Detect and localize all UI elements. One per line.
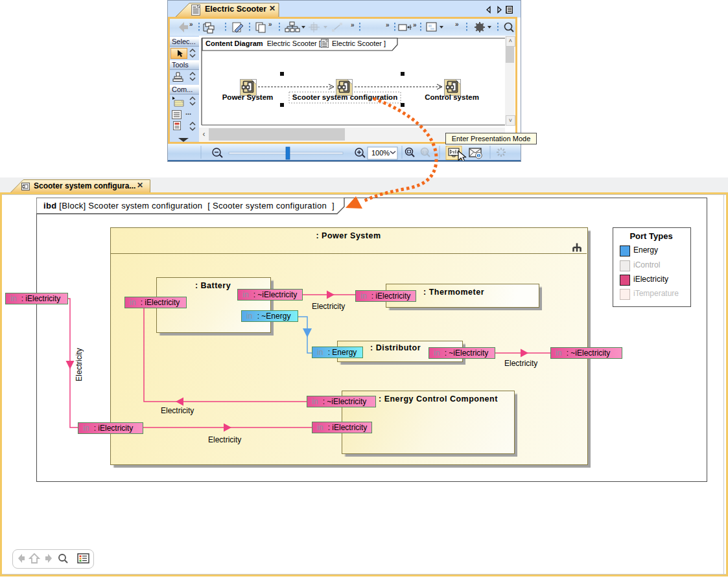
svg-text:100%: 100% (371, 149, 390, 157)
svg-text:»: » (268, 21, 272, 28)
svg-text:»: » (455, 21, 459, 28)
svg-text:»: » (189, 21, 193, 28)
svg-text:1:1: 1:1 (422, 150, 428, 154)
svg-text:»: » (413, 21, 417, 28)
svg-text:»: » (351, 21, 355, 28)
svg-text:»: » (386, 21, 390, 28)
